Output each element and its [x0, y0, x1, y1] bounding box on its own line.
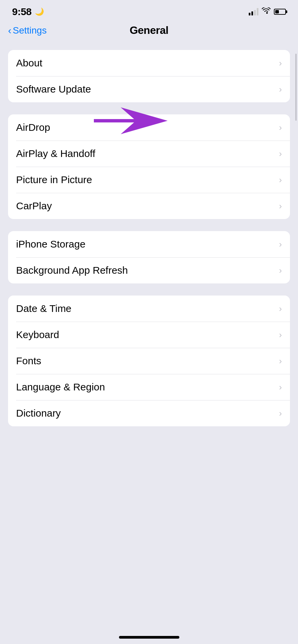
airplay-handoff-chevron-icon: › — [279, 149, 282, 159]
nav-header: ‹ Settings General — [0, 21, 298, 43]
picture-in-picture-label: Picture in Picture — [16, 174, 92, 185]
picture-in-picture-row[interactable]: Picture in Picture › — [8, 167, 290, 193]
date-time-chevron-icon: › — [279, 304, 282, 314]
dictionary-row[interactable]: Dictionary › — [8, 400, 290, 426]
carplay-chevron-icon: › — [279, 201, 282, 211]
language-region-chevron-icon: › — [279, 382, 282, 392]
about-row-right: › — [279, 58, 282, 68]
fonts-row-right: › — [279, 356, 282, 366]
airplay-handoff-row-right: › — [279, 149, 282, 159]
language-region-row-right: › — [279, 382, 282, 392]
airdrop-label: AirDrop — [16, 122, 50, 133]
date-time-row[interactable]: Date & Time › — [8, 296, 290, 322]
software-update-label: Software Update — [16, 84, 91, 95]
airdrop-row-right: › — [279, 122, 282, 133]
back-chevron-icon: ‹ — [8, 25, 11, 36]
airdrop-row[interactable]: AirDrop › — [8, 114, 290, 141]
date-time-row-right: › — [279, 304, 282, 314]
home-indicator — [119, 636, 179, 639]
picture-in-picture-row-right: › — [279, 175, 282, 185]
carplay-row-right: › — [279, 201, 282, 211]
settings-group-2: AirDrop › AirPlay & Handoff › Picture in… — [8, 114, 290, 219]
picture-in-picture-chevron-icon: › — [279, 175, 282, 185]
carplay-label: CarPlay — [16, 200, 52, 212]
software-update-row[interactable]: Software Update › — [8, 76, 290, 102]
fonts-chevron-icon: › — [279, 356, 282, 366]
airdrop-chevron-icon: › — [279, 122, 282, 133]
page-title: General — [130, 24, 169, 37]
about-chevron-icon: › — [279, 58, 282, 68]
date-time-label: Date & Time — [16, 303, 71, 314]
background-app-refresh-label: Background App Refresh — [16, 265, 128, 276]
back-button[interactable]: ‹ Settings — [8, 25, 47, 36]
airplay-handoff-label: AirPlay & Handoff — [16, 148, 95, 159]
software-update-row-right: › — [279, 84, 282, 95]
dictionary-chevron-icon: › — [279, 408, 282, 419]
keyboard-label: Keyboard — [16, 329, 59, 340]
background-app-refresh-row[interactable]: Background App Refresh › — [8, 257, 290, 283]
language-region-row[interactable]: Language & Region › — [8, 374, 290, 400]
keyboard-row[interactable]: Keyboard › — [8, 322, 290, 348]
back-label: Settings — [13, 25, 47, 36]
fonts-label: Fonts — [16, 355, 41, 367]
keyboard-chevron-icon: › — [279, 330, 282, 340]
status-right-icons — [249, 7, 286, 16]
about-label: About — [16, 57, 42, 69]
battery-icon — [274, 9, 286, 15]
settings-group-1: About › Software Update › — [8, 50, 290, 102]
background-app-refresh-row-right: › — [279, 265, 282, 276]
moon-icon: 🌙 — [35, 7, 44, 16]
keyboard-row-right: › — [279, 330, 282, 340]
iphone-storage-label: iPhone Storage — [16, 238, 85, 250]
iphone-storage-row[interactable]: iPhone Storage › — [8, 231, 290, 257]
carplay-row[interactable]: CarPlay › — [8, 193, 290, 219]
status-time: 9:58 — [12, 6, 32, 17]
dictionary-label: Dictionary — [16, 408, 61, 419]
about-row[interactable]: About › — [8, 50, 290, 76]
iphone-storage-chevron-icon: › — [279, 239, 282, 250]
settings-content: About › Software Update › AirDrop › AirP… — [0, 43, 298, 445]
language-region-label: Language & Region — [16, 381, 105, 393]
signal-icon — [249, 8, 258, 15]
scrollbar[interactable] — [295, 54, 297, 121]
background-app-refresh-chevron-icon: › — [279, 265, 282, 276]
software-update-chevron-icon: › — [279, 84, 282, 95]
status-bar: 9:58 🌙 — [0, 0, 298, 21]
settings-group-3: iPhone Storage › Background App Refresh … — [8, 231, 290, 283]
wifi-icon — [262, 7, 271, 16]
fonts-row[interactable]: Fonts › — [8, 348, 290, 374]
iphone-storage-row-right: › — [279, 239, 282, 250]
dictionary-row-right: › — [279, 408, 282, 419]
settings-group-4: Date & Time › Keyboard › Fonts › Languag… — [8, 296, 290, 426]
airplay-handoff-row[interactable]: AirPlay & Handoff › — [8, 141, 290, 167]
